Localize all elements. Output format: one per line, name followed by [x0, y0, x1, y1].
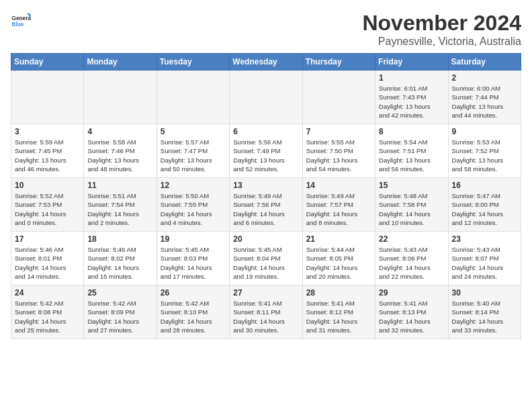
day-info: Sunrise: 5:59 AM Sunset: 7:45 PM Dayligh…	[15, 138, 80, 173]
day-info: Sunrise: 5:41 AM Sunset: 8:13 PM Dayligh…	[379, 299, 444, 334]
day-info: Sunrise: 5:46 AM Sunset: 8:01 PM Dayligh…	[15, 245, 80, 281]
day-info: Sunrise: 5:55 AM Sunset: 7:50 PM Dayligh…	[306, 138, 371, 173]
day-info: Sunrise: 5:49 AM Sunset: 7:56 PM Dayligh…	[233, 191, 298, 227]
day-info: Sunrise: 5:58 AM Sunset: 7:46 PM Dayligh…	[87, 138, 152, 173]
day-number: 3	[15, 127, 80, 136]
table-row: 20Sunrise: 5:45 AM Sunset: 8:04 PM Dayli…	[230, 232, 302, 285]
day-number: 6	[233, 127, 298, 136]
table-row	[302, 71, 375, 124]
table-row	[84, 71, 157, 124]
day-info: Sunrise: 5:42 AM Sunset: 8:10 PM Dayligh…	[161, 299, 226, 334]
table-row: 26Sunrise: 5:42 AM Sunset: 8:10 PM Dayli…	[157, 285, 229, 339]
day-info: Sunrise: 5:41 AM Sunset: 8:12 PM Dayligh…	[306, 299, 371, 334]
table-row: 24Sunrise: 5:42 AM Sunset: 8:08 PM Dayli…	[11, 285, 84, 339]
day-number: 24	[15, 288, 80, 298]
table-row: 4Sunrise: 5:58 AM Sunset: 7:46 PM Daylig…	[84, 124, 157, 178]
table-row: 29Sunrise: 5:41 AM Sunset: 8:13 PM Dayli…	[375, 285, 448, 339]
table-row: 28Sunrise: 5:41 AM Sunset: 8:12 PM Dayli…	[302, 285, 375, 339]
header-tuesday: Tuesday	[157, 54, 229, 71]
day-number: 4	[87, 127, 152, 136]
table-row: 10Sunrise: 5:52 AM Sunset: 7:53 PM Dayli…	[11, 178, 84, 232]
day-info: Sunrise: 5:57 AM Sunset: 7:47 PM Dayligh…	[161, 138, 226, 173]
header-thursday: Thursday	[302, 54, 375, 71]
day-number: 25	[87, 288, 152, 298]
day-info: Sunrise: 5:46 AM Sunset: 8:02 PM Dayligh…	[87, 245, 152, 281]
day-number: 13	[233, 181, 298, 190]
day-info: Sunrise: 5:40 AM Sunset: 8:14 PM Dayligh…	[452, 299, 517, 334]
day-number: 23	[452, 234, 517, 244]
day-number: 12	[161, 181, 226, 190]
day-info: Sunrise: 5:43 AM Sunset: 8:06 PM Dayligh…	[379, 245, 444, 281]
table-row: 11Sunrise: 5:51 AM Sunset: 7:54 PM Dayli…	[84, 178, 157, 232]
location-title: Paynesville, Victoria, Australia	[362, 36, 521, 48]
calendar-body: 1Sunrise: 6:01 AM Sunset: 7:43 PM Daylig…	[11, 71, 521, 339]
day-number: 18	[87, 234, 152, 244]
day-number: 26	[161, 288, 226, 298]
day-number: 7	[306, 127, 371, 136]
header-saturday: Saturday	[448, 54, 521, 71]
day-number: 22	[379, 234, 444, 244]
page-header: General Blue November 2024 Paynesville, …	[11, 11, 521, 48]
day-number: 11	[87, 181, 152, 190]
day-info: Sunrise: 5:41 AM Sunset: 8:11 PM Dayligh…	[233, 299, 298, 334]
table-row: 30Sunrise: 5:40 AM Sunset: 8:14 PM Dayli…	[448, 285, 521, 339]
day-number: 9	[452, 127, 517, 136]
month-title: November 2024	[362, 11, 521, 36]
table-row: 9Sunrise: 5:53 AM Sunset: 7:52 PM Daylig…	[448, 124, 521, 178]
day-info: Sunrise: 5:44 AM Sunset: 8:05 PM Dayligh…	[306, 245, 371, 281]
header-sunday: Sunday	[11, 54, 84, 71]
svg-text:Blue: Blue	[12, 21, 24, 28]
table-row: 21Sunrise: 5:44 AM Sunset: 8:05 PM Dayli…	[302, 232, 375, 285]
day-info: Sunrise: 5:50 AM Sunset: 7:55 PM Dayligh…	[161, 191, 226, 227]
table-row: 17Sunrise: 5:46 AM Sunset: 8:01 PM Dayli…	[11, 232, 84, 285]
table-row: 2Sunrise: 6:00 AM Sunset: 7:44 PM Daylig…	[448, 71, 521, 124]
day-number: 28	[306, 288, 371, 298]
day-info: Sunrise: 5:49 AM Sunset: 7:57 PM Dayligh…	[306, 191, 371, 227]
day-info: Sunrise: 5:48 AM Sunset: 7:58 PM Dayligh…	[379, 191, 444, 227]
day-number: 20	[233, 234, 298, 244]
day-info: Sunrise: 5:52 AM Sunset: 7:53 PM Dayligh…	[15, 191, 80, 227]
day-number: 19	[161, 234, 226, 244]
table-row: 8Sunrise: 5:54 AM Sunset: 7:51 PM Daylig…	[375, 124, 448, 178]
day-number: 21	[306, 234, 371, 244]
svg-text:General: General	[12, 15, 32, 21]
day-number: 10	[15, 181, 80, 190]
day-number: 16	[452, 181, 517, 190]
logo-icon: General Blue	[11, 11, 31, 31]
day-number: 14	[306, 181, 371, 190]
header-wednesday: Wednesday	[230, 54, 302, 71]
table-row: 16Sunrise: 5:47 AM Sunset: 8:00 PM Dayli…	[448, 178, 521, 232]
table-row: 13Sunrise: 5:49 AM Sunset: 7:56 PM Dayli…	[230, 178, 302, 232]
header-friday: Friday	[375, 54, 448, 71]
table-row: 1Sunrise: 6:01 AM Sunset: 7:43 PM Daylig…	[375, 71, 448, 124]
table-row: 22Sunrise: 5:43 AM Sunset: 8:06 PM Dayli…	[375, 232, 448, 285]
day-number: 17	[15, 234, 80, 244]
day-number: 27	[233, 288, 298, 298]
table-row: 3Sunrise: 5:59 AM Sunset: 7:45 PM Daylig…	[11, 124, 84, 178]
day-number: 29	[379, 288, 444, 298]
day-number: 15	[379, 181, 444, 190]
table-row: 14Sunrise: 5:49 AM Sunset: 7:57 PM Dayli…	[302, 178, 375, 232]
table-row: 12Sunrise: 5:50 AM Sunset: 7:55 PM Dayli…	[157, 178, 229, 232]
title-area: November 2024 Paynesville, Victoria, Aus…	[362, 11, 521, 48]
table-row: 27Sunrise: 5:41 AM Sunset: 8:11 PM Dayli…	[230, 285, 302, 339]
calendar-table: Sunday Monday Tuesday Wednesday Thursday…	[11, 53, 521, 339]
table-row: 23Sunrise: 5:43 AM Sunset: 8:07 PM Dayli…	[448, 232, 521, 285]
day-info: Sunrise: 6:00 AM Sunset: 7:44 PM Dayligh…	[452, 84, 517, 120]
day-info: Sunrise: 5:45 AM Sunset: 8:04 PM Dayligh…	[233, 245, 298, 281]
day-info: Sunrise: 6:01 AM Sunset: 7:43 PM Dayligh…	[379, 84, 444, 120]
day-info: Sunrise: 5:45 AM Sunset: 8:03 PM Dayligh…	[161, 245, 226, 281]
day-info: Sunrise: 5:42 AM Sunset: 8:09 PM Dayligh…	[87, 299, 152, 334]
table-row: 5Sunrise: 5:57 AM Sunset: 7:47 PM Daylig…	[157, 124, 229, 178]
table-row	[230, 71, 302, 124]
day-info: Sunrise: 5:54 AM Sunset: 7:51 PM Dayligh…	[379, 138, 444, 173]
day-number: 5	[161, 127, 226, 136]
day-info: Sunrise: 5:42 AM Sunset: 8:08 PM Dayligh…	[15, 299, 80, 334]
day-number: 30	[452, 288, 517, 298]
day-info: Sunrise: 5:51 AM Sunset: 7:54 PM Dayligh…	[87, 191, 152, 227]
table-row: 6Sunrise: 5:56 AM Sunset: 7:49 PM Daylig…	[230, 124, 302, 178]
table-row: 7Sunrise: 5:55 AM Sunset: 7:50 PM Daylig…	[302, 124, 375, 178]
table-row	[11, 71, 84, 124]
logo: General Blue	[11, 11, 31, 31]
table-row	[157, 71, 229, 124]
